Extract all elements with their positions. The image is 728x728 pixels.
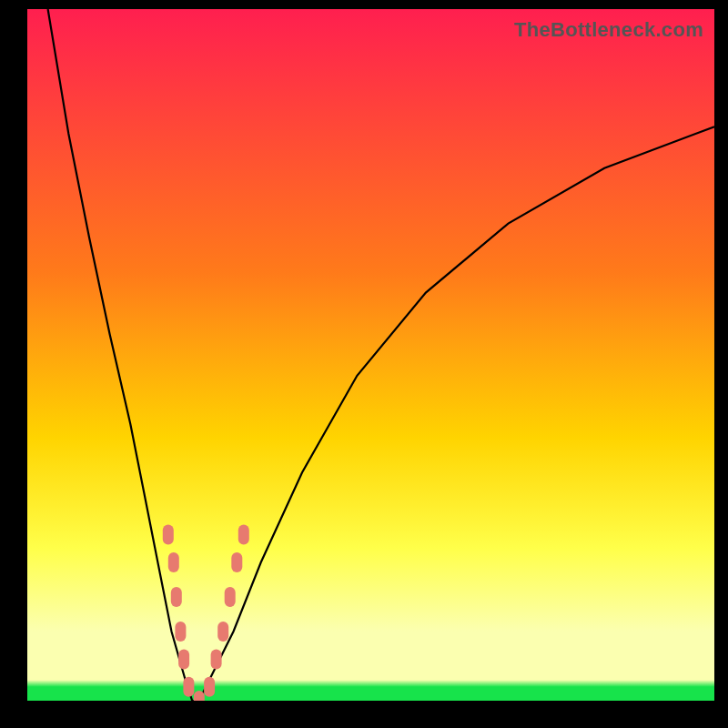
curve-layer [27, 9, 714, 701]
curve-marker [168, 552, 179, 572]
curve-markers [163, 525, 249, 701]
curve-marker [231, 552, 242, 572]
curve-marker [217, 622, 228, 642]
plot-area: TheBottleneck.com [27, 9, 714, 701]
bottleneck-curve [48, 9, 714, 701]
curve-marker [183, 677, 194, 697]
attribution-label: TheBottleneck.com [514, 18, 703, 42]
curve-marker [238, 525, 249, 545]
curve-marker [163, 525, 174, 545]
curve-marker [171, 587, 182, 607]
chart-frame: TheBottleneck.com [0, 0, 728, 728]
curve-marker [175, 622, 186, 642]
curve-marker [211, 649, 222, 669]
curve-marker [225, 587, 236, 607]
curve-marker [204, 677, 215, 697]
curve-marker [178, 649, 189, 669]
